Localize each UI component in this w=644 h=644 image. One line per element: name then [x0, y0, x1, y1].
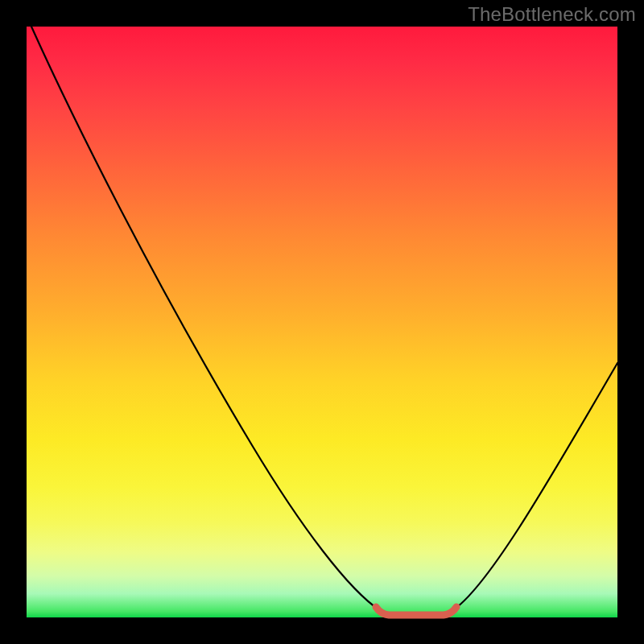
bottleneck-curve-svg: [27, 27, 617, 617]
bottleneck-curve-right: [452, 363, 617, 611]
bottleneck-curve-left: [31, 27, 381, 611]
optimal-range-marker: [376, 607, 456, 615]
chart-frame: TheBottleneck.com: [0, 0, 644, 644]
watermark-text: TheBottleneck.com: [468, 3, 636, 26]
plot-area: [27, 27, 617, 617]
